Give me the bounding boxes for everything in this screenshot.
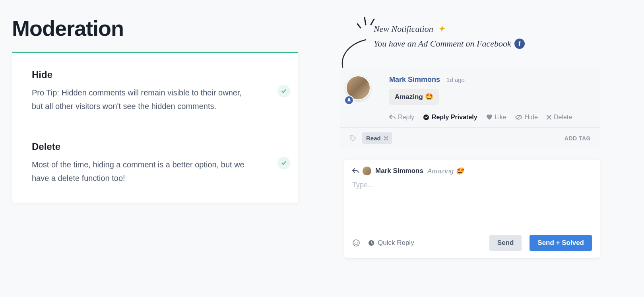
svg-point-8: [357, 242, 358, 243]
reply-footer: Quick Reply Send Send + Solved: [352, 235, 592, 251]
feature-hide: Hide Pro Tip: Hidden comments will remai…: [32, 69, 278, 113]
comment-timestamp: 1d ago: [446, 76, 465, 83]
clock-icon: [368, 240, 374, 246]
action-label: Delete: [554, 114, 572, 121]
feature-hide-title: Hide: [32, 69, 254, 80]
svg-point-6: [353, 240, 359, 246]
reply-composer: Mark Simmons Amazing 🤩 Quick Reply Send …: [344, 159, 600, 258]
comment-text: Amazing 🤩: [389, 89, 439, 105]
reply-action[interactable]: Reply: [389, 114, 414, 121]
feature-delete-body: Most of the time, hiding a comment is a …: [32, 158, 254, 185]
notification-badge-icon: [344, 95, 354, 105]
comment-actions: Reply Reply Privately Like Hide Delete: [389, 114, 591, 121]
hide-icon: [515, 115, 522, 120]
heart-icon: [486, 115, 493, 120]
annotation-ad-comment: You have an Ad Comment on Facebook f: [374, 37, 525, 50]
send-solved-button[interactable]: Send + Solved: [530, 235, 592, 251]
emoji-icon[interactable]: [352, 239, 360, 247]
quick-reply-label: Quick Reply: [378, 239, 414, 247]
reply-icon: [352, 168, 359, 174]
reply-ref-name: Mark Simmons: [375, 167, 423, 175]
reply-privately-action[interactable]: Reply Privately: [423, 114, 477, 121]
sparkle-lines-icon: [356, 12, 376, 32]
action-label: Hide: [525, 114, 538, 121]
moderation-card: Hide Pro Tip: Hidden comments will remai…: [12, 52, 298, 203]
divider: [32, 127, 278, 127]
action-label: Reply Privately: [432, 114, 477, 121]
close-icon: [547, 115, 551, 120]
reply-reference: Mark Simmons Amazing 🤩: [352, 167, 592, 175]
reply-icon: [389, 115, 396, 120]
svg-line-1: [365, 17, 366, 25]
messenger-icon: [423, 114, 429, 120]
avatar: [363, 167, 371, 175]
like-action[interactable]: Like: [486, 114, 506, 121]
action-label: Reply: [398, 114, 414, 121]
annotation-text: You have an Ad Comment on Facebook: [374, 37, 511, 50]
tag-chip-read[interactable]: Read: [362, 132, 392, 144]
comment-author[interactable]: Mark Simmons: [389, 76, 440, 84]
reply-input[interactable]: [352, 181, 592, 231]
add-tag-button[interactable]: ADD TAG: [564, 135, 591, 142]
feature-delete: Delete Most of the time, hiding a commen…: [32, 141, 278, 185]
reply-ref-quote: Amazing 🤩: [427, 167, 464, 175]
feature-hide-body: Pro Tip: Hidden comments will remain vis…: [32, 86, 254, 113]
send-button[interactable]: Send: [489, 235, 522, 251]
action-label: Like: [495, 114, 506, 121]
feature-delete-title: Delete: [32, 141, 254, 152]
svg-line-0: [357, 24, 361, 28]
page-title: Moderation: [12, 16, 124, 41]
svg-point-5: [351, 136, 353, 138]
tag-row: Read ADD TAG: [340, 127, 600, 149]
annotation-text: New Notification: [374, 24, 433, 34]
hide-action[interactable]: Hide: [515, 114, 538, 121]
delete-action[interactable]: Delete: [547, 114, 572, 121]
svg-point-7: [355, 242, 355, 243]
sparkle-icon: ✦: [438, 24, 445, 34]
check-icon: [277, 85, 290, 97]
comment-card: Mark Simmons 1d ago Amazing 🤩 Reply Repl…: [340, 68, 600, 149]
close-icon[interactable]: [384, 136, 388, 140]
check-icon: [277, 157, 290, 169]
facebook-icon: f: [514, 39, 525, 49]
annotation-new-notification: New Notification ✦: [374, 22, 445, 36]
tag-label: Read: [366, 135, 381, 142]
quick-reply-button[interactable]: Quick Reply: [368, 239, 414, 247]
tag-icon: [349, 135, 357, 142]
